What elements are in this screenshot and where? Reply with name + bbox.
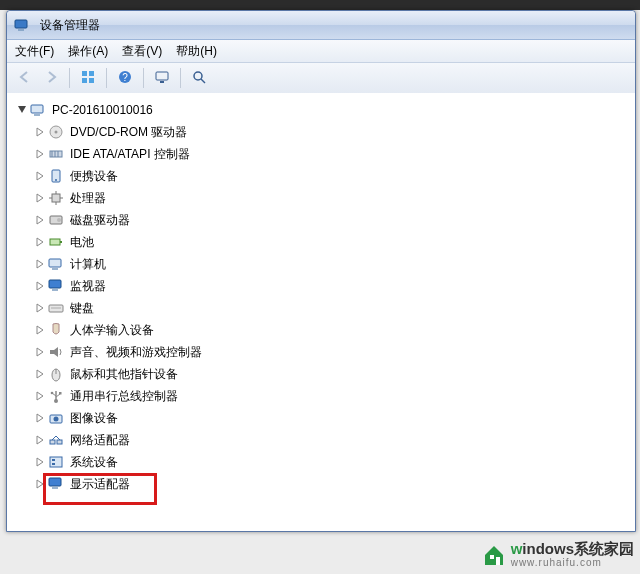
tree-node[interactable]: 电池 (11, 231, 631, 253)
tree-node-label: 便携设备 (68, 167, 120, 186)
svg-line-66 (52, 436, 56, 440)
scan-icon (192, 70, 206, 87)
toolbar-separator (106, 68, 107, 88)
expand-arrow-icon[interactable] (33, 281, 47, 291)
expand-arrow-icon[interactable] (33, 457, 47, 467)
show-hidden-button[interactable] (76, 66, 100, 90)
tree-node[interactable]: IDE ATA/ATAPI 控制器 (11, 143, 631, 165)
monitor-icon (47, 277, 65, 295)
portable-icon (47, 167, 65, 185)
help-button[interactable]: ? (113, 66, 137, 90)
toolbar-separator (180, 68, 181, 88)
svg-marker-44 (37, 304, 43, 312)
svg-marker-68 (37, 458, 43, 466)
device-tree-panel[interactable]: PC-201610010016DVD/CD-ROM 驱动器IDE ATA/ATA… (7, 93, 635, 531)
watermark-brand: indows (522, 540, 574, 557)
menu-action[interactable]: 操作(A) (68, 43, 108, 60)
expand-arrow-icon[interactable] (33, 149, 47, 159)
svg-point-58 (51, 392, 54, 395)
computer-icon (47, 255, 65, 273)
svg-rect-71 (52, 463, 55, 465)
tree-node[interactable]: 人体学输入设备 (11, 319, 631, 341)
tree-node[interactable]: 处理器 (11, 187, 631, 209)
svg-marker-18 (37, 150, 43, 158)
tree-node[interactable]: 鼠标和其他指针设备 (11, 363, 631, 385)
svg-line-11 (201, 79, 205, 83)
expand-arrow-icon[interactable] (15, 105, 29, 115)
tree-node-label: IDE ATA/ATAPI 控制器 (68, 145, 192, 164)
watermark-brand-prefix: w (511, 540, 523, 557)
tree-node[interactable]: 计算机 (11, 253, 631, 275)
svg-rect-27 (52, 194, 60, 202)
properties-button[interactable] (150, 66, 174, 90)
usb-icon (47, 387, 65, 405)
menu-help[interactable]: 帮助(H) (176, 43, 217, 60)
toolbar-separator (143, 68, 144, 88)
expand-arrow-icon[interactable] (33, 413, 47, 423)
svg-point-25 (55, 179, 57, 181)
forward-button[interactable] (39, 66, 63, 90)
svg-marker-72 (37, 480, 43, 488)
back-button[interactable] (13, 66, 37, 90)
menu-view[interactable]: 查看(V) (122, 43, 162, 60)
arrow-left-icon (18, 70, 32, 87)
scan-button[interactable] (187, 66, 211, 90)
svg-rect-5 (89, 78, 94, 83)
svg-rect-42 (49, 280, 61, 288)
tree-node-label: 处理器 (68, 189, 108, 208)
tree-node[interactable]: 显示适配器 (11, 473, 631, 495)
disc-icon (47, 123, 65, 141)
tree-node[interactable]: 磁盘驱动器 (11, 209, 631, 231)
tree-node[interactable]: DVD/CD-ROM 驱动器 (11, 121, 631, 143)
expand-arrow-icon[interactable] (33, 435, 47, 445)
expand-arrow-icon[interactable] (33, 193, 47, 203)
tree-node-label: 系统设备 (68, 453, 120, 472)
svg-rect-2 (82, 71, 87, 76)
svg-marker-15 (37, 128, 43, 136)
tree-node-label: DVD/CD-ROM 驱动器 (68, 123, 189, 142)
sound-icon (47, 343, 65, 361)
expand-arrow-icon[interactable] (33, 237, 47, 247)
svg-point-17 (55, 131, 58, 134)
svg-text:?: ? (122, 72, 128, 83)
expand-arrow-icon[interactable] (33, 369, 47, 379)
expand-arrow-icon[interactable] (33, 127, 47, 137)
expand-arrow-icon[interactable] (33, 325, 47, 335)
svg-rect-64 (50, 440, 55, 444)
expand-arrow-icon[interactable] (33, 259, 47, 269)
tree-node[interactable]: 键盘 (11, 297, 631, 319)
tree-node[interactable]: 监视器 (11, 275, 631, 297)
tree-node-label: 键盘 (68, 299, 96, 318)
keyboard-icon (47, 299, 65, 317)
expand-arrow-icon[interactable] (33, 479, 47, 489)
svg-rect-1 (18, 29, 24, 31)
tree-node-label: 网络适配器 (68, 431, 132, 450)
svg-marker-26 (37, 194, 43, 202)
titlebar[interactable]: 设备管理器 (7, 11, 635, 40)
tree-node[interactable]: 网络适配器 (11, 429, 631, 451)
tree-node[interactable]: 通用串行总线控制器 (11, 385, 631, 407)
tree-node-label: 图像设备 (68, 409, 120, 428)
menu-file[interactable]: 文件(F) (15, 43, 54, 60)
svg-rect-73 (49, 478, 61, 486)
tree-node-label: 鼠标和其他指针设备 (68, 365, 180, 384)
expand-arrow-icon[interactable] (33, 215, 47, 225)
tree-node[interactable]: 系统设备 (11, 451, 631, 473)
tree-node-label: 声音、视频和游戏控制器 (68, 343, 204, 362)
svg-line-67 (56, 436, 60, 440)
expand-arrow-icon[interactable] (33, 391, 47, 401)
svg-marker-32 (37, 216, 43, 224)
window-title: 设备管理器 (40, 17, 100, 34)
tree-node[interactable]: 声音、视频和游戏控制器 (11, 341, 631, 363)
tree-root[interactable]: PC-201610010016 (11, 99, 631, 121)
expand-arrow-icon[interactable] (33, 171, 47, 181)
svg-rect-74 (52, 487, 58, 489)
battery-icon (47, 233, 65, 251)
tree-node[interactable]: 便携设备 (11, 165, 631, 187)
tree-node[interactable]: 图像设备 (11, 407, 631, 429)
svg-point-10 (194, 72, 202, 80)
expand-arrow-icon[interactable] (33, 303, 47, 313)
svg-rect-3 (89, 71, 94, 76)
imaging-icon (47, 409, 65, 427)
expand-arrow-icon[interactable] (33, 347, 47, 357)
